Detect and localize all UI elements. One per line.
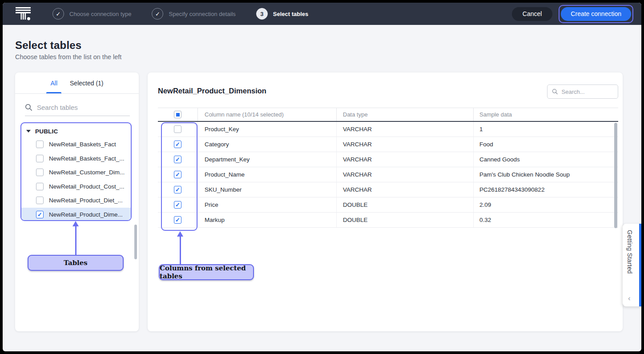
row-checkbox-cell [158,122,198,137]
chevron-down-icon[interactable] [26,130,31,133]
table-checkbox[interactable] [36,169,44,176]
column-checkbox[interactable] [174,216,181,224]
data-type-cell: VARCHAR [337,167,474,182]
row-checkbox-cell [158,152,198,167]
table-checkbox[interactable] [36,197,44,204]
table-name: NewRetail_Customer_Dim... [49,169,125,176]
columns-annotation-arrow [180,236,181,264]
header-checkbox-cell [158,108,198,121]
tab-all[interactable]: All [50,72,57,93]
data-type-cell: DOUBLE [337,197,474,212]
getting-started-tab[interactable]: Getting Started ‹ [623,224,641,306]
tables-search [25,99,130,116]
table-tree-item[interactable]: NewRetail_Baskets_Fact [21,137,131,152]
data-type-cell: VARCHAR [337,152,474,167]
column-name-cell: Department_Key [198,152,337,167]
row-checkbox-cell [158,167,198,182]
sample-data-cell: 2.09 [474,197,618,212]
columns-table-header: Column name (10/14 selected) Data type S… [158,108,618,122]
step-number-badge: 3 [256,8,268,20]
page-subtitle: Choose tables from the list on the left [15,53,121,60]
column-checkbox[interactable] [174,171,181,178]
column-name-cell: Price [198,197,337,212]
left-panel-scrollbar[interactable] [134,225,137,259]
row-checkbox-cell [158,197,198,212]
tables-list-panel: All Selected (1) PUBLIC NewRetail_Basket… [15,72,139,331]
chevron-left-icon[interactable]: ‹ [628,294,631,303]
table-tree-item[interactable]: NewRetail_Product_Cost_... [21,180,131,194]
column-checkbox[interactable] [174,141,181,148]
step-specify-connection-details[interactable]: ✓ Specify connection details [152,8,235,20]
select-all-checkbox[interactable] [174,111,181,118]
cancel-button[interactable]: Cancel [512,7,553,21]
sample-data-cell: 1 [474,122,618,137]
table-tree-item[interactable]: NewRetail_Customer_Dim... [21,165,131,180]
table-checkbox[interactable] [36,183,44,190]
column-checkbox[interactable] [174,201,181,209]
header-sample-data: Sample data [474,108,618,121]
table-checkbox[interactable] [36,141,44,148]
data-type-cell: VARCHAR [337,137,474,152]
step-label: Choose connection type [69,11,131,17]
sample-data-cell: Pam's Club Chicken Noodle Soup [474,167,618,182]
table-checkbox[interactable] [36,155,44,162]
data-type-cell: VARCHAR [337,182,474,197]
screenshot-frame: ✓ Choose connection type ✓ Specify conne… [0,0,644,354]
sample-data-cell: 0.32 [474,213,618,227]
table-name: NewRetail_Product_Diet_... [49,197,123,204]
step-done-check-icon: ✓ [52,8,64,20]
step-choose-connection-type[interactable]: ✓ Choose connection type [52,8,131,20]
tab-selected[interactable]: Selected (1) [70,72,103,93]
table-tree-item[interactable]: NewRetail_Product_Diet_... [21,193,131,208]
data-type-cell: VARCHAR [337,122,474,137]
row-checkbox-cell [158,213,198,227]
table-row: MarkupDOUBLE0.32 [158,213,618,228]
table-tree-item[interactable]: NewRetail_Product_Dime... [21,208,131,221]
step-label: Select tables [273,11,309,17]
tables-search-input[interactable] [37,104,130,111]
table-name: NewRetail_Product_Dime... [49,211,123,218]
table-row: Department_KeyVARCHARCanned Goods [158,152,618,167]
table-name: NewRetail_Baskets_Fact_... [49,155,125,162]
data-type-cell: DOUBLE [337,213,474,227]
app-window: ✓ Choose connection type ✓ Specify conne… [3,3,641,351]
page-title: Select tables [15,39,81,52]
table-checkbox[interactable] [36,211,44,218]
column-name-cell: SKU_Number [198,182,337,197]
sample-data-cell: PC26182784343090822 [474,182,618,197]
sample-data-cell: Canned Goods [474,152,618,167]
column-name-cell: Markup [198,213,337,227]
selected-table-title: NewRetail_Product_Dimension [158,87,266,95]
step-done-check-icon: ✓ [152,8,163,20]
columns-search-input[interactable] [562,88,614,95]
step-select-tables[interactable]: 3 Select tables [256,8,309,20]
create-connection-highlight-outline: Create connection [559,5,633,23]
getting-started-accent-stripe [639,224,641,306]
table-row: CategoryVARCHARFood [158,137,618,152]
column-name-cell: Category [198,137,337,152]
wizard-stepper: ✓ Choose connection type ✓ Specify conne… [52,8,308,20]
thoughtspot-logo-icon [15,6,32,22]
column-checkbox[interactable] [174,186,181,193]
columns-table: Column name (10/14 selected) Data type S… [158,108,618,228]
table-name: NewRetail_Baskets_Fact [49,141,116,148]
header-data-type: Data type [337,108,474,121]
tables-annotation-label: Tables [28,255,124,271]
columns-table-scrollbar[interactable] [614,123,617,228]
column-checkbox[interactable] [174,156,181,163]
table-tree-items: NewRetail_Baskets_FactNewRetail_Baskets_… [21,137,131,221]
table-tree-item[interactable]: NewRetail_Baskets_Fact_... [21,152,131,166]
tables-list-tabs: All Selected (1) [15,72,139,94]
top-bar: ✓ Choose connection type ✓ Specify conne… [3,3,641,25]
column-checkbox[interactable] [174,125,181,133]
columns-table-body: Product_KeyVARCHAR1CategoryVARCHARFoodDe… [158,122,618,228]
getting-started-label: Getting Started [626,230,633,274]
column-name-cell: Product_Key [198,122,337,137]
schema-row[interactable]: PUBLIC [21,125,131,137]
sample-data-cell: Food [474,137,618,152]
table-row: Product_NameVARCHARPam's Club Chicken No… [158,167,618,182]
header-column-name: Column name (10/14 selected) [198,108,337,121]
schema-name: PUBLIC [35,128,58,135]
create-connection-button[interactable]: Create connection [561,7,631,21]
columns-annotation-label: Columns from selected tables [159,264,254,280]
